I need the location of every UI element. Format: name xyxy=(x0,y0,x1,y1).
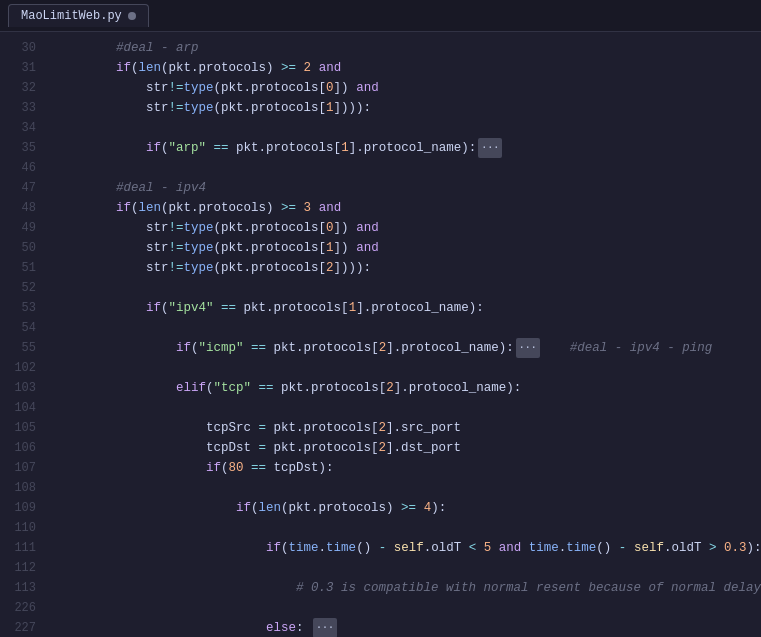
ln-33: 33 xyxy=(0,98,36,118)
ln-46: 46 xyxy=(0,158,36,178)
code-line-32: str!=type(pkt.protocols[0]) and xyxy=(56,78,761,98)
code-line-104 xyxy=(56,398,761,418)
ln-31: 31 xyxy=(0,58,36,78)
code-line-113: # 0.3 is compatible with normal resent b… xyxy=(56,578,761,598)
ln-55: 55 xyxy=(0,338,36,358)
ln-105: 105 xyxy=(0,418,36,438)
code-line-34 xyxy=(56,118,761,138)
code-line-107: if(80 == tcpDst): xyxy=(56,458,761,478)
code-line-53: if("ipv4" == pkt.protocols[1].protocol_n… xyxy=(56,298,761,318)
ln-54: 54 xyxy=(0,318,36,338)
code-line-109: if(len(pkt.protocols) >= 4): xyxy=(56,498,761,518)
tab-filename: MaoLimitWeb.py xyxy=(21,9,122,23)
code-line-226 xyxy=(56,598,761,618)
file-tab[interactable]: MaoLimitWeb.py xyxy=(8,4,149,27)
ln-35: 35 xyxy=(0,138,36,158)
ln-227: 227 xyxy=(0,618,36,637)
code-line-54 xyxy=(56,318,761,338)
ln-51: 51 xyxy=(0,258,36,278)
ln-49: 49 xyxy=(0,218,36,238)
code-line-102 xyxy=(56,358,761,378)
ln-110: 110 xyxy=(0,518,36,538)
code-line-30: #deal - arp xyxy=(56,38,761,58)
code-line-46 xyxy=(56,158,761,178)
ln-111: 111 xyxy=(0,538,36,558)
code-line-33: str!=type(pkt.protocols[1]))): xyxy=(56,98,761,118)
code-line-49: str!=type(pkt.protocols[0]) and xyxy=(56,218,761,238)
code-line-47: #deal - ipv4 xyxy=(56,178,761,198)
ln-34: 34 xyxy=(0,118,36,138)
ln-50: 50 xyxy=(0,238,36,258)
code-line-108 xyxy=(56,478,761,498)
line-numbers: 30 31 32 33 34 35 46 47 48 49 50 51 52 5… xyxy=(0,32,48,637)
ln-47: 47 xyxy=(0,178,36,198)
ln-107: 107 xyxy=(0,458,36,478)
ln-109: 109 xyxy=(0,498,36,518)
code-line-106: tcpDst = pkt.protocols[2].dst_port xyxy=(56,438,761,458)
ln-104: 104 xyxy=(0,398,36,418)
code-area[interactable]: #deal - arp if(len(pkt.protocols) >= 2 a… xyxy=(48,32,761,637)
code-line-52 xyxy=(56,278,761,298)
ln-32: 32 xyxy=(0,78,36,98)
ln-113: 113 xyxy=(0,578,36,598)
ln-103: 103 xyxy=(0,378,36,398)
ln-52: 52 xyxy=(0,278,36,298)
ln-226: 226 xyxy=(0,598,36,618)
code-line-48: if(len(pkt.protocols) >= 3 and xyxy=(56,198,761,218)
code-line-110 xyxy=(56,518,761,538)
title-bar: MaoLimitWeb.py xyxy=(0,0,761,32)
code-line-111: if(time.time() - self.oldT < 5 and time.… xyxy=(56,538,761,558)
ln-108: 108 xyxy=(0,478,36,498)
code-line-105: tcpSrc = pkt.protocols[2].src_port xyxy=(56,418,761,438)
editor: 30 31 32 33 34 35 46 47 48 49 50 51 52 5… xyxy=(0,32,761,637)
ln-106: 106 xyxy=(0,438,36,458)
code-line-50: str!=type(pkt.protocols[1]) and xyxy=(56,238,761,258)
code-line-51: str!=type(pkt.protocols[2]))): xyxy=(56,258,761,278)
code-line-35: if("arp" == pkt.protocols[1].protocol_na… xyxy=(56,138,761,158)
code-line-112 xyxy=(56,558,761,578)
tab-dot xyxy=(128,12,136,20)
ln-53: 53 xyxy=(0,298,36,318)
code-line-227: else: ··· xyxy=(56,618,761,637)
code-line-31: if(len(pkt.protocols) >= 2 and xyxy=(56,58,761,78)
code-line-103: elif("tcp" == pkt.protocols[2].protocol_… xyxy=(56,378,761,398)
code-line-55: if("icmp" == pkt.protocols[2].protocol_n… xyxy=(56,338,761,358)
ln-112: 112 xyxy=(0,558,36,578)
ln-102: 102 xyxy=(0,358,36,378)
ln-30: 30 xyxy=(0,38,36,58)
ln-48: 48 xyxy=(0,198,36,218)
